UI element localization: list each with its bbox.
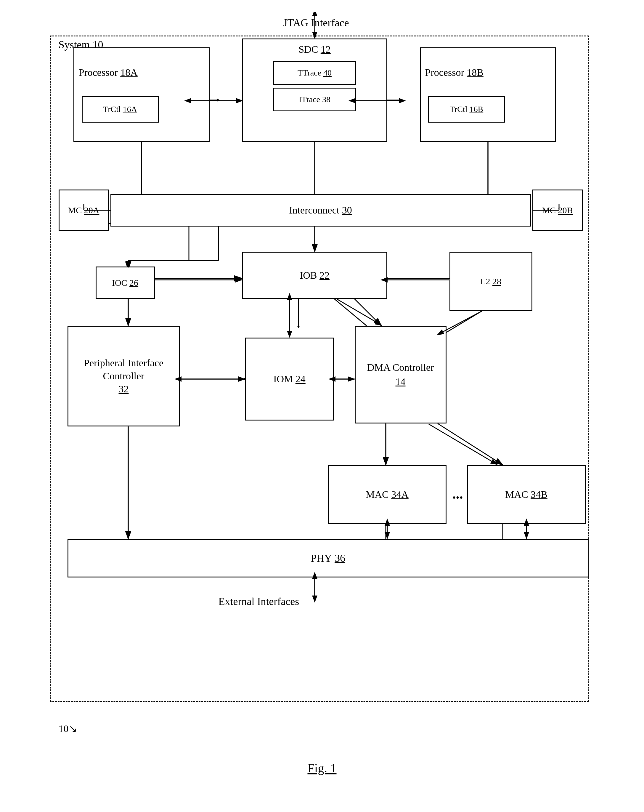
dma-box: DMA Controller 14 (355, 326, 447, 423)
jtag-interface-label: JTAG Interface (263, 12, 369, 33)
pic-number: 32 (119, 383, 129, 395)
l2-box: L2 28 (449, 252, 533, 311)
ioc-box: IOC 26 (96, 267, 155, 299)
sdc-box: SDC 12 TTrace 40 ITrace 38 (242, 38, 387, 142)
pic-label: Peripheral Interface Controller (69, 357, 179, 383)
pic-box: Peripheral Interface Controller 32 (67, 326, 180, 426)
dma-label: DMA Controller (367, 360, 434, 375)
trctl-a-box: TrCtl 16A (82, 96, 159, 123)
mc-a-box: MC 20A (59, 189, 109, 231)
ellipsis: ... (452, 486, 463, 502)
processor-b-label: Processor 18B (425, 67, 484, 78)
processor-b-box: Processor 18B TrCtl 16B (420, 47, 556, 142)
fig-label: Fig. 1 (26, 761, 618, 775)
processor-a-label: Processor 18A (79, 67, 138, 78)
processor-a-box: Processor 18A TrCtl 16A (73, 47, 210, 142)
mac-a-box: MAC 34A (328, 465, 447, 524)
interconnect-box: Interconnect 30 (110, 194, 531, 227)
dma-number: 14 (395, 375, 406, 389)
diagram-area: JTAG Interface System 10 Processor 18A T… (41, 12, 603, 752)
phy-box: PHY 36 (67, 539, 589, 577)
mac-b-box: MAC 34B (467, 465, 586, 524)
itrace-box: ITrace 38 (273, 88, 356, 111)
mc-b-box: MC 20B (533, 189, 583, 231)
trctl-b-box: TrCtl 16B (428, 96, 505, 123)
corner-number: 10↘ (59, 723, 77, 734)
page-container: JTAG Interface System 10 Processor 18A T… (26, 12, 618, 775)
iob-box: IOB 22 (242, 252, 387, 299)
iom-box: IOM 24 (245, 337, 334, 421)
external-interfaces-label: External Interfaces (218, 595, 299, 607)
sdc-label: SDC 12 (298, 44, 331, 55)
ttrace-box: TTrace 40 (273, 61, 356, 85)
